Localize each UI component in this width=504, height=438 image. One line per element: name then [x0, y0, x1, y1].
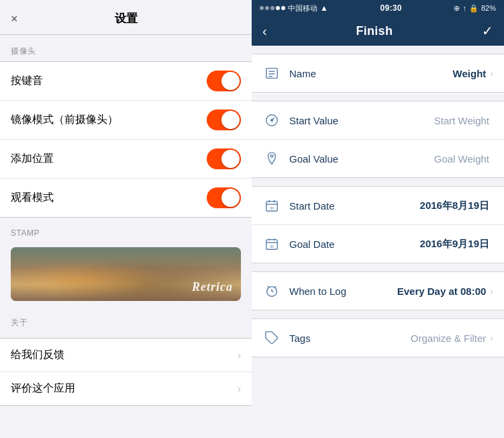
left-panel: × 设置 摄像头 按键音 镜像模式（前摄像头） 添加位置 观看模式	[0, 0, 252, 438]
back-button[interactable]: ‹	[262, 24, 267, 39]
name-group: Name Weight ›	[252, 54, 504, 93]
mirror-mode-row[interactable]: 镜像模式（前摄像头）	[0, 101, 252, 140]
start-date-row[interactable]: 30 Start Date 2016年8月19日	[252, 187, 504, 225]
goal-value-value: Goal Weight	[434, 153, 489, 165]
wifi-icon: ▲	[320, 3, 328, 13]
svg-text:30: 30	[270, 245, 274, 249]
shutter-sound-toggle[interactable]	[207, 71, 241, 91]
goal-date-row[interactable]: 30 Goal Date 2016年9月19日	[252, 225, 504, 263]
goal-date-value: 2016年9月19日	[420, 238, 489, 251]
mirror-mode-toggle[interactable]	[207, 110, 241, 130]
carrier-label: 中国移动	[288, 3, 317, 13]
goal-value-row[interactable]: Goal Value Goal Weight	[252, 140, 504, 177]
name-value: Weight	[453, 68, 487, 79]
name-row[interactable]: Name Weight ›	[252, 54, 504, 92]
tags-chevron-icon: ›	[490, 333, 493, 343]
toggle-knob	[221, 111, 240, 129]
location-pin-icon	[262, 149, 281, 168]
rate-app-chevron-icon: ›	[238, 383, 241, 395]
tags-label: Tags	[289, 333, 411, 344]
battery-label: 82%	[481, 4, 496, 12]
toggle-knob	[221, 72, 240, 90]
goal-value-label: Goal Value	[289, 153, 434, 165]
feedback-label: 给我们反馈	[11, 348, 64, 362]
add-location-label: 添加位置	[11, 152, 54, 166]
nav-bar: ‹ Finish ✓	[252, 16, 504, 46]
signal-dot-2	[265, 6, 269, 10]
date-group: 30 Start Date 2016年8月19日 30 Goal Date	[252, 186, 504, 263]
right-content: Name Weight › Start Value Start Weight	[252, 46, 504, 438]
stamp-banner: Retrica	[11, 247, 241, 301]
dashboard-icon	[262, 111, 281, 130]
tags-group: Tags Organize & Filter ›	[252, 318, 504, 357]
feedback-chevron-icon: ›	[238, 349, 241, 361]
svg-point-5	[271, 120, 273, 122]
status-left: 中国移动 ▲	[260, 3, 328, 13]
svg-line-20	[268, 286, 270, 288]
add-location-row[interactable]: 添加位置	[0, 140, 252, 179]
rate-app-row[interactable]: 评价这个应用 ›	[0, 372, 252, 405]
retrica-logo: Retrica	[192, 280, 233, 294]
start-date-value: 2016年8月19日	[420, 200, 489, 212]
settings-title: 设置	[115, 11, 138, 26]
name-label: Name	[289, 68, 453, 79]
log-group: When to Log Every Day at 08:00 ›	[252, 271, 504, 310]
goal-calendar-icon: 30	[262, 234, 281, 253]
check-button[interactable]: ✓	[482, 23, 493, 39]
toggle-knob	[221, 150, 240, 168]
signal-dots	[260, 6, 285, 10]
start-value-label: Start Value	[289, 115, 434, 126]
status-right: ⊕ ↑ 🔒 82%	[454, 4, 496, 13]
lock-icon: 🔒	[469, 4, 478, 13]
close-button[interactable]: ×	[11, 13, 18, 25]
mirror-mode-label: 镜像模式（前摄像头）	[11, 113, 118, 127]
camera-section-label: 摄像头	[0, 35, 252, 61]
camera-settings-group: 按键音 镜像模式（前摄像头） 添加位置 观看模式	[0, 61, 252, 218]
status-time: 09:30	[381, 3, 402, 13]
group1: Name Weight ›	[252, 54, 504, 93]
watch-mode-label: 观看模式	[11, 191, 54, 205]
when-to-log-row[interactable]: When to Log Every Day at 08:00 ›	[252, 272, 504, 310]
signal-dot-3	[270, 6, 274, 10]
right-panel: 中国移动 ▲ 09:30 ⊕ ↑ 🔒 82% ‹ Finish ✓	[252, 0, 504, 438]
tags-row[interactable]: Tags Organize & Filter ›	[252, 319, 504, 357]
start-value-value: Start Weight	[434, 115, 489, 126]
signal-dot-1	[260, 6, 264, 10]
svg-point-6	[270, 155, 273, 158]
value-group: Start Value Start Weight Goal Value Goal…	[252, 101, 504, 178]
svg-text:30: 30	[270, 206, 274, 210]
alarm-icon: ↑	[462, 4, 466, 12]
rate-app-label: 评价这个应用	[11, 382, 75, 396]
alarm-clock-icon	[262, 281, 281, 300]
goal-date-label: Goal Date	[289, 238, 420, 250]
start-value-row[interactable]: Start Value Start Weight	[252, 101, 504, 140]
start-calendar-icon: 30	[262, 196, 281, 215]
watch-mode-toggle[interactable]	[207, 187, 241, 208]
signal-dot-5	[281, 6, 285, 10]
add-location-toggle[interactable]	[207, 148, 241, 169]
when-to-log-label: When to Log	[289, 286, 397, 297]
tags-value: Organize & Filter	[411, 333, 487, 344]
signal-dot-4	[276, 6, 280, 10]
watch-mode-row[interactable]: 观看模式	[0, 179, 252, 217]
list-icon	[262, 64, 281, 83]
when-to-log-value: Every Day at 08:00	[397, 286, 487, 297]
feedback-row[interactable]: 给我们反馈 ›	[0, 339, 252, 372]
log-chevron-icon: ›	[490, 286, 493, 296]
about-section-label: 关于	[0, 306, 252, 333]
nav-title: Finish	[356, 24, 393, 38]
status-bar: 中国移动 ▲ 09:30 ⊕ ↑ 🔒 82%	[252, 0, 504, 16]
start-date-label: Start Date	[289, 200, 420, 212]
location-icon: ⊕	[454, 4, 460, 13]
shutter-sound-row[interactable]: 按键音	[0, 62, 252, 101]
name-chevron-icon: ›	[490, 68, 493, 79]
left-header: × 设置	[0, 0, 252, 35]
svg-line-21	[274, 286, 276, 288]
toggle-knob	[221, 189, 240, 207]
tag-icon	[262, 328, 281, 347]
stamp-section-label: STAMP	[0, 218, 252, 242]
about-group: 给我们反馈 › 评价这个应用 ›	[0, 338, 252, 406]
shutter-sound-label: 按键音	[11, 74, 43, 88]
